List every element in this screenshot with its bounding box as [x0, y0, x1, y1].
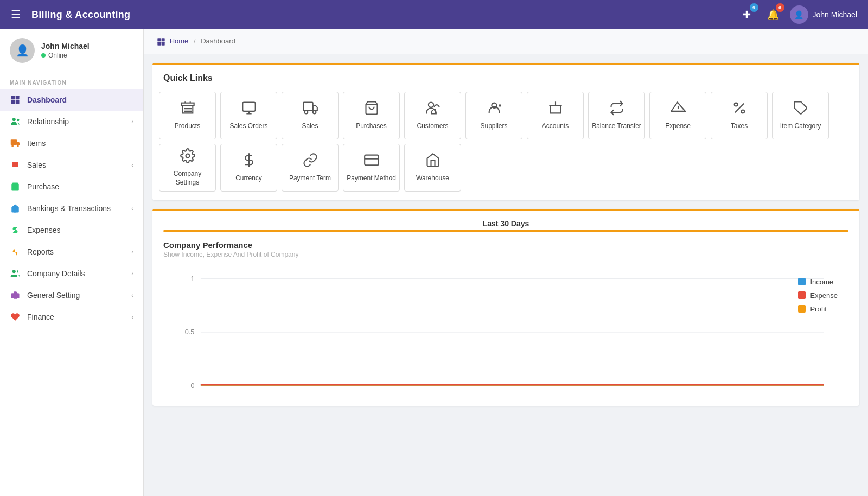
- sidebar-item-label: Company Details: [27, 269, 125, 278]
- sidebar-item-dashboard[interactable]: Dashboard: [0, 89, 143, 111]
- quick-link-products[interactable]: Products: [159, 92, 216, 139]
- taxes-icon: [732, 100, 747, 118]
- breadcrumb-separator: /: [194, 37, 196, 45]
- chevron-icon: ‹: [131, 162, 133, 168]
- user-menu[interactable]: 👤 John Michael: [790, 5, 858, 24]
- profit-dot: [798, 305, 806, 313]
- performance-card: Last 30 Days Company Performance Show In…: [152, 209, 859, 406]
- quick-link-label: Currency: [235, 174, 262, 183]
- breadcrumb-home[interactable]: Home: [170, 37, 189, 45]
- notif-badge: 6: [776, 3, 784, 12]
- svg-rect-2: [11, 100, 15, 104]
- header-right: ✚ 9 🔔 6 👤 John Michael: [738, 5, 858, 24]
- sales-orders-icon: [241, 100, 257, 118]
- sidebar-item-company[interactable]: Company Details ‹: [0, 263, 143, 284]
- quick-links-grid: Products Sales Orders Sales: [152, 90, 859, 200]
- svg-point-4: [12, 118, 16, 121]
- user-avatar-header: 👤: [790, 5, 808, 24]
- header: ☰ Billing & Accounting ✚ 9 🔔 6 👤 John Mi…: [0, 0, 868, 29]
- quick-link-label: Customers: [417, 122, 448, 131]
- chart-legend: Income Expense Profit: [798, 278, 838, 313]
- general-icon: [10, 290, 21, 301]
- performance-chart: 1 0.5 0 Income: [163, 267, 848, 397]
- sidebar-item-sales[interactable]: Sales ‹: [0, 154, 143, 176]
- quick-link-label: Purchases: [356, 122, 387, 131]
- notification-button[interactable]: 🔔 6: [764, 5, 782, 24]
- svg-point-7: [11, 145, 14, 147]
- sidebar: 👤 John Michael Online MAIN NAVIGATION Da…: [0, 29, 144, 496]
- sidebar-item-expenses[interactable]: Expenses: [0, 219, 143, 241]
- main-content: Home / Dashboard Quick Links Products: [144, 29, 868, 496]
- quick-link-warehouse[interactable]: Warehouse: [404, 144, 461, 192]
- quick-link-suppliers[interactable]: Suppliers: [465, 92, 522, 139]
- banking-icon: [10, 203, 21, 214]
- sidebar-item-label: Expenses: [27, 226, 133, 234]
- finance-icon: [10, 311, 21, 322]
- svg-rect-6: [11, 139, 17, 145]
- quick-link-sales[interactable]: Sales: [282, 92, 339, 139]
- sales-icon: [10, 160, 21, 170]
- quick-link-item-category[interactable]: Item Category: [772, 92, 829, 139]
- sidebar-item-label: General Setting: [27, 291, 125, 300]
- sidebar-user: 👤 John Michael Online: [0, 29, 143, 72]
- svg-rect-3: [16, 100, 20, 104]
- sidebar-item-finance[interactable]: Finance ‹: [0, 306, 143, 328]
- svg-point-25: [312, 110, 316, 113]
- quick-link-company-settings[interactable]: Company Settings: [159, 144, 216, 192]
- item-category-icon: [793, 100, 808, 118]
- plus-icon: ✚: [743, 9, 751, 21]
- customers-icon: [425, 100, 441, 118]
- svg-rect-22: [242, 102, 255, 111]
- sidebar-item-reports[interactable]: Reports ‹: [0, 241, 143, 263]
- quick-link-currency[interactable]: Currency: [220, 144, 277, 192]
- svg-text:1: 1: [190, 275, 194, 283]
- sidebar-item-label: Items: [27, 139, 133, 148]
- quick-link-accounts[interactable]: Accounts: [527, 92, 584, 139]
- quick-link-balance-transfer[interactable]: Balance Transfer: [588, 92, 645, 139]
- svg-rect-14: [162, 38, 165, 41]
- sidebar-user-info: John Michael Online: [41, 42, 133, 59]
- chevron-icon: ‹: [131, 270, 133, 277]
- quick-link-sales-orders[interactable]: Sales Orders: [220, 92, 277, 139]
- status-dot: [41, 53, 46, 58]
- chevron-icon: ‹: [131, 118, 133, 125]
- relationship-icon: [10, 116, 21, 127]
- products-icon: [180, 100, 195, 118]
- purchases-icon: [364, 100, 379, 118]
- quick-link-purchases[interactable]: Purchases: [343, 92, 400, 139]
- svg-point-27: [428, 102, 433, 107]
- svg-point-8: [17, 145, 19, 147]
- menu-icon[interactable]: ☰: [11, 8, 21, 21]
- quick-link-payment-term[interactable]: Payment Term: [282, 144, 339, 192]
- quick-link-taxes[interactable]: Taxes: [711, 92, 768, 139]
- quick-link-expense[interactable]: Expense: [649, 92, 706, 139]
- sidebar-item-label: Bankings & Transactions: [27, 204, 125, 213]
- sidebar-item-general[interactable]: General Setting ‹: [0, 284, 143, 306]
- chart-svg: 1 0.5 0: [163, 267, 848, 397]
- quick-link-label: Balance Transfer: [592, 122, 641, 131]
- sidebar-item-label: Finance: [27, 313, 125, 321]
- sidebar-item-banking[interactable]: Bankings & Transactions ‹: [0, 198, 143, 219]
- reports-icon: [10, 246, 21, 257]
- quick-link-label: Taxes: [731, 122, 748, 131]
- svg-line-37: [735, 104, 743, 112]
- sidebar-status: Online: [41, 52, 133, 59]
- add-button[interactable]: ✚ 9: [738, 5, 756, 24]
- sidebar-username: John Michael: [41, 42, 133, 50]
- chevron-icon: ‹: [131, 314, 133, 320]
- quick-link-label: Item Category: [780, 122, 821, 131]
- sidebar-item-relationship[interactable]: Relationship ‹: [0, 111, 143, 132]
- payment-term-icon: [303, 152, 318, 170]
- svg-rect-43: [365, 155, 379, 165]
- quick-link-payment-method[interactable]: Payment Method: [343, 144, 400, 192]
- sidebar-item-items[interactable]: Items: [0, 132, 143, 154]
- balance-transfer-icon: [609, 100, 624, 118]
- sidebar-item-purchase[interactable]: Purchase: [0, 176, 143, 198]
- sales-icon: [303, 100, 318, 118]
- svg-rect-16: [162, 42, 165, 45]
- quick-link-customers[interactable]: Customers: [404, 92, 461, 139]
- legend-income: Income: [798, 278, 838, 286]
- sidebar-section-label: MAIN NAVIGATION: [0, 72, 143, 89]
- svg-text:0.5: 0.5: [185, 328, 195, 336]
- expense-dot: [798, 291, 806, 299]
